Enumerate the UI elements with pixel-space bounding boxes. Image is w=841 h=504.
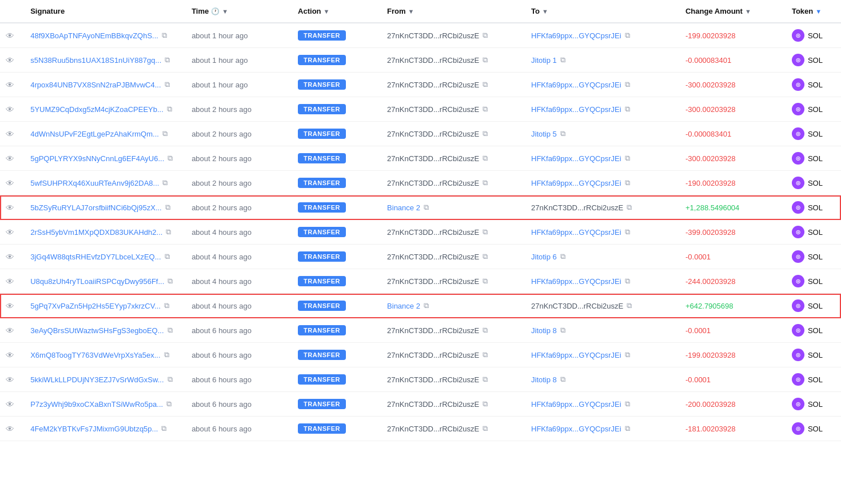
copy-signature-icon[interactable]: ⧉	[164, 202, 172, 213]
copy-signature-icon[interactable]: ⧉	[161, 177, 169, 189]
copy-from-icon[interactable]: ⧉	[481, 423, 489, 434]
copy-signature-icon[interactable]: ⧉	[166, 374, 174, 385]
copy-to-icon[interactable]: ⧉	[625, 300, 633, 311]
copy-to-icon[interactable]: ⧉	[624, 177, 631, 189]
eye-icon[interactable]: 👁	[6, 301, 14, 311]
signature-link[interactable]: 5gPq7XvPaZn5Hp2Hs5EYyp7xkrzCV...	[30, 302, 161, 310]
copy-from-icon[interactable]: ⧉	[481, 398, 489, 410]
signature-link[interactable]: 48f9XBoApTNFAyoNEmBBkqvZQhS...	[30, 31, 158, 40]
copy-signature-icon[interactable]: ⧉	[164, 54, 171, 66]
col-header-to[interactable]: To ▼	[525, 0, 680, 23]
to-address-link[interactable]: HFKfa69ppx...GYQCpsrJEi	[531, 400, 621, 409]
signature-link[interactable]: P7z3yWhj9b9xoCXaBxnTSiWwRo5pa...	[30, 400, 163, 409]
signature-link[interactable]: 4rpox84UNB7VX8SnN2raPJBMvwC4...	[30, 81, 161, 89]
copy-from-icon[interactable]: ⧉	[481, 79, 489, 90]
col-header-change-amount[interactable]: Change Amount ▼	[680, 0, 786, 23]
eye-icon[interactable]: 👁	[6, 227, 14, 237]
copy-to-icon[interactable]: ⧉	[559, 374, 567, 385]
copy-signature-icon[interactable]: ⧉	[163, 300, 170, 311]
copy-to-icon[interactable]: ⧉	[624, 349, 631, 361]
col-header-action[interactable]: Action ▼	[292, 0, 381, 23]
copy-signature-icon[interactable]: ⧉	[164, 79, 171, 90]
eye-icon[interactable]: 👁	[6, 129, 14, 139]
copy-signature-icon[interactable]: ⧉	[161, 30, 168, 41]
copy-signature-icon[interactable]: ⧉	[163, 349, 170, 361]
copy-signature-icon[interactable]: ⧉	[164, 251, 171, 262]
copy-to-icon[interactable]: ⧉	[624, 275, 631, 287]
copy-from-icon[interactable]: ⧉	[481, 374, 489, 385]
to-address-link[interactable]: HFKfa69ppx...GYQCpsrJEi	[531, 81, 621, 89]
amount-filter-icon[interactable]: ▼	[745, 8, 751, 15]
copy-to-icon[interactable]: ⧉	[625, 202, 633, 213]
copy-to-icon[interactable]: ⧉	[624, 398, 631, 410]
copy-from-icon[interactable]: ⧉	[481, 275, 489, 287]
copy-to-icon[interactable]: ⧉	[624, 226, 631, 238]
to-filter-icon[interactable]: ▼	[542, 8, 548, 15]
to-address-link[interactable]: Jitotip 5	[531, 130, 557, 138]
signature-link[interactable]: 5YUMZ9CqDdxg5zM4cjKZoaCPEEYb...	[30, 105, 164, 114]
eye-icon[interactable]: 👁	[6, 105, 14, 114]
to-address-link[interactable]: Jitotip 1	[531, 56, 557, 65]
signature-link[interactable]: 5wfSUHPRXq46XuuRTeAnv9j62DA8...	[30, 179, 159, 187]
copy-from-icon[interactable]: ⧉	[481, 325, 489, 336]
col-header-time[interactable]: Time 🕐 ▼	[186, 0, 292, 23]
copy-signature-icon[interactable]: ⧉	[165, 398, 173, 410]
copy-to-icon[interactable]: ⧉	[559, 251, 567, 262]
copy-from-icon[interactable]: ⧉	[481, 177, 489, 189]
copy-from-icon[interactable]: ⧉	[481, 103, 489, 115]
to-address-link[interactable]: Jitotip 6	[531, 253, 557, 261]
copy-signature-icon[interactable]: ⧉	[166, 275, 174, 287]
to-address-link[interactable]: HFKfa69ppx...GYQCpsrJEi	[531, 277, 621, 286]
copy-from-icon[interactable]: ⧉	[423, 202, 430, 213]
signature-link[interactable]: 3jGq4W88qtsRHEvfzDY7LbceLXzEQ...	[30, 253, 161, 261]
eye-icon[interactable]: 👁	[6, 55, 14, 65]
to-address-link[interactable]: HFKfa69ppx...GYQCpsrJEi	[531, 31, 621, 40]
eye-icon[interactable]: 👁	[6, 375, 14, 385]
signature-link[interactable]: s5N38Ruu5bns1UAX18S1nUiY887gq...	[30, 56, 161, 65]
copy-signature-icon[interactable]: ⧉	[165, 226, 172, 238]
signature-link[interactable]: 5bZSyRuRYLAJ7orsfbiifNCi6bQj95zX...	[30, 203, 162, 212]
to-address-link[interactable]: HFKfa69ppx...GYQCpsrJEi	[531, 228, 621, 237]
signature-link[interactable]: X6mQ8ToogTY763VdWeVrpXsYa5ex...	[30, 351, 160, 359]
copy-from-icon[interactable]: ⧉	[481, 128, 489, 139]
signature-link[interactable]: 4dWnNsUPvF2EgtLgePzAhaKrmQm...	[30, 130, 159, 138]
to-address-link[interactable]: HFKfa69ppx...GYQCpsrJEi	[531, 154, 621, 163]
eye-icon[interactable]: 👁	[6, 31, 14, 41]
copy-to-icon[interactable]: ⧉	[624, 423, 631, 434]
signature-link[interactable]: 5gPQPLYRYX9sNNyCnnLg6EF4AyU6...	[30, 154, 164, 163]
to-address-link[interactable]: HFKfa69ppx...GYQCpsrJEi	[531, 105, 621, 114]
token-filter-icon[interactable]: ▼	[815, 8, 822, 15]
eye-icon[interactable]: 👁	[6, 350, 14, 360]
action-filter-icon[interactable]: ▼	[324, 8, 330, 15]
copy-from-icon[interactable]: ⧉	[481, 251, 489, 262]
to-address-link[interactable]: HFKfa69ppx...GYQCpsrJEi	[531, 179, 621, 187]
from-address-link[interactable]: Binance 2	[387, 302, 420, 310]
copy-from-icon[interactable]: ⧉	[481, 54, 489, 66]
copy-to-icon[interactable]: ⧉	[559, 325, 567, 336]
copy-from-icon[interactable]: ⧉	[481, 30, 489, 41]
eye-icon[interactable]: 👁	[6, 277, 14, 286]
copy-to-icon[interactable]: ⧉	[624, 103, 631, 115]
signature-link[interactable]: 5kkiWLkLLPDUjNY3EZJ7vSrWdGxSw...	[30, 375, 164, 384]
copy-to-icon[interactable]: ⧉	[559, 54, 567, 66]
copy-to-icon[interactable]: ⧉	[624, 153, 631, 164]
to-address-link[interactable]: HFKfa69ppx...GYQCpsrJEi	[531, 351, 621, 359]
copy-to-icon[interactable]: ⧉	[624, 79, 631, 90]
copy-signature-icon[interactable]: ⧉	[161, 128, 169, 139]
to-address-link[interactable]: Jitotip 8	[531, 326, 557, 335]
copy-signature-icon[interactable]: ⧉	[160, 423, 168, 434]
eye-icon[interactable]: 👁	[6, 154, 14, 163]
eye-icon[interactable]: 👁	[6, 252, 14, 262]
signature-link[interactable]: 3eAyQBrsSUtWaztwSHsFgS3egboEQ...	[30, 326, 164, 335]
eye-icon[interactable]: 👁	[6, 80, 14, 90]
col-header-from[interactable]: From ▼	[381, 0, 525, 23]
eye-icon[interactable]: 👁	[6, 399, 14, 409]
copy-signature-icon[interactable]: ⧉	[166, 103, 173, 115]
to-address-link[interactable]: Jitotip 8	[531, 375, 557, 384]
eye-icon[interactable]: 👁	[6, 424, 14, 434]
signature-link[interactable]: 2rSsH5ybVm1MXpQDXD83UKAHdh2...	[30, 228, 162, 237]
to-address-link[interactable]: HFKfa69ppx...GYQCpsrJEi	[531, 425, 621, 433]
copy-from-icon[interactable]: ⧉	[481, 349, 489, 361]
copy-to-icon[interactable]: ⧉	[624, 30, 631, 41]
copy-signature-icon[interactable]: ⧉	[166, 325, 174, 336]
